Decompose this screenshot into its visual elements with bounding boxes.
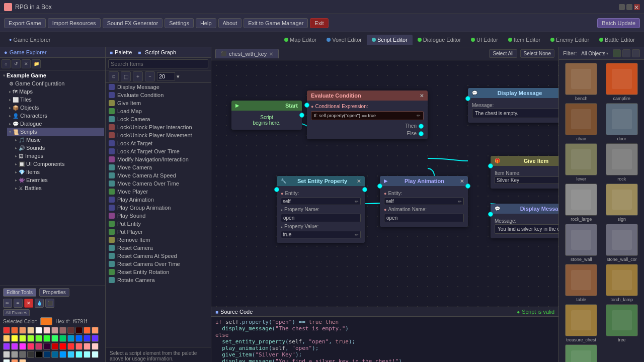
tab-battle-editor[interactable]: Battle Editor (594, 35, 640, 45)
node-eval-close[interactable]: ✕ (420, 93, 424, 99)
export-game-button[interactable]: Export Game (4, 18, 46, 28)
tab-enemy-editor[interactable]: Enemy Editor (545, 35, 594, 45)
color-swatch[interactable] (3, 335, 10, 342)
graph-canvas[interactable]: ▶ Start Script begins here. Evaluate Con… (211, 60, 558, 307)
node-eval-header[interactable]: Evaluate Condition ✕ (307, 90, 428, 101)
fill-tool[interactable]: ⬛ (45, 299, 54, 308)
tree-ui-components[interactable]: ▸ 🔲 UI Components (13, 160, 104, 168)
palette-item[interactable]: Move Camera At Speed (106, 171, 211, 179)
eval-edit-btn[interactable]: ✏ (417, 113, 421, 118)
color-swatch[interactable] (35, 327, 42, 334)
settings-button[interactable]: Settings (165, 18, 194, 28)
color-swatch[interactable] (43, 343, 50, 350)
set-entity-in[interactable] (274, 187, 279, 192)
asset-item-lever[interactable]: lever (562, 143, 601, 182)
color-swatch[interactable] (75, 351, 83, 358)
select-all-btn[interactable]: Select All (489, 49, 517, 58)
color-swatch[interactable] (11, 351, 18, 358)
tab-voxel-editor[interactable]: Voxel Editor (321, 35, 367, 45)
color-swatch[interactable] (67, 343, 74, 350)
asset-item-chair[interactable]: chair (562, 103, 601, 141)
color-swatch[interactable] (19, 335, 26, 342)
exit-to-manager-button[interactable]: Exit to Game Manager (244, 18, 308, 28)
msg1-in[interactable] (465, 96, 470, 101)
color-swatch[interactable] (19, 327, 26, 334)
tree-items[interactable]: ▸ 💎 Items (13, 168, 104, 176)
tree-root[interactable]: ▾ Example Game (1, 71, 104, 79)
color-swatch[interactable] (84, 327, 91, 334)
asset-item-stone_wall[interactable]: stone_wall (562, 224, 601, 262)
asset-item-torch_lamp[interactable]: torch_lamp (603, 264, 641, 302)
color-swatch[interactable] (43, 327, 50, 334)
palette-item[interactable]: Move Camera Over Time (106, 179, 211, 188)
asset-item-campfire[interactable]: campfire (603, 63, 641, 101)
node-start-header[interactable]: ▶ Start (231, 101, 302, 111)
color-swatch[interactable] (92, 327, 99, 334)
sidebar-folder-btn[interactable]: 📁 (32, 59, 41, 68)
sidebar-close-btn[interactable]: ✕ (22, 59, 31, 68)
tree-scripts[interactable]: ▾ 📜 Scripts (7, 128, 104, 136)
palette-item[interactable]: Evaluate Condition (106, 91, 211, 99)
palette-item[interactable]: Play Group Animation (106, 204, 211, 212)
color-swatch[interactable] (27, 351, 34, 358)
tab-map-editor[interactable]: Map Editor (279, 35, 321, 45)
palette-item[interactable]: Reset Entity Rotation (106, 268, 211, 276)
color-swatch[interactable] (3, 351, 10, 358)
palette-item[interactable]: Lock/Unlock Player Interaction (106, 123, 211, 131)
color-swatch[interactable] (35, 335, 42, 342)
editor-tools-tab[interactable]: Editor Tools (3, 288, 36, 297)
color-swatch[interactable] (27, 335, 34, 342)
close-btn[interactable]: ✕ (634, 4, 640, 10)
palette-item[interactable]: Lock Camera (106, 115, 211, 123)
tab-script-editor[interactable]: Script Editor (367, 35, 413, 45)
palette-item[interactable]: Put Player (106, 228, 211, 236)
graph-select-tool[interactable]: ⊡ (109, 71, 119, 81)
tree-enemies[interactable]: ▸ 👾 Enemies (13, 176, 104, 184)
node-play-anim-header[interactable]: ▶ Play Animation ✕ (380, 176, 468, 186)
color-swatch[interactable] (75, 343, 83, 350)
asset-item-rock[interactable]: rock (603, 143, 641, 182)
color-swatch[interactable] (51, 343, 58, 350)
node-give-item-header[interactable]: 🎁 Give Item ✕ (491, 156, 558, 166)
color-swatch[interactable] (3, 359, 10, 362)
msg2-in[interactable] (488, 212, 493, 217)
palette-item[interactable]: Reset Camera At Speed (106, 252, 211, 260)
graph-zoom-in-btn[interactable]: ＋ (133, 71, 143, 81)
color-swatch[interactable] (67, 351, 74, 358)
asset-item-table[interactable]: table (562, 264, 601, 302)
palette-item[interactable]: Reset Camera (106, 244, 211, 252)
frame-selector[interactable]: All Frames (3, 309, 30, 316)
color-swatch[interactable] (84, 335, 91, 342)
select-none-btn[interactable]: Select None (520, 49, 554, 58)
set-val-edit[interactable]: ✏ (355, 232, 359, 237)
color-swatch[interactable] (11, 359, 18, 362)
color-swatch[interactable] (92, 351, 99, 358)
color-swatch[interactable] (43, 335, 50, 342)
color-swatch[interactable] (3, 327, 10, 334)
sound-fx-button[interactable]: Sound FX Generator (103, 18, 163, 28)
color-swatch[interactable] (27, 327, 34, 334)
color-swatch[interactable] (59, 327, 66, 334)
node-play-anim-close[interactable]: ✕ (460, 178, 464, 184)
exit-button[interactable]: Exit (310, 18, 328, 28)
color-swatch[interactable] (11, 327, 18, 334)
eval-in[interactable] (304, 103, 309, 108)
play-anim-in[interactable] (377, 184, 382, 189)
tree-characters[interactable]: ▸ 👤 Characters (7, 112, 104, 120)
palette-item[interactable]: Display Message (106, 83, 211, 91)
node-display-msg2-header[interactable]: 💬 Display Message ✕ (491, 204, 558, 214)
color-swatch[interactable] (92, 335, 99, 342)
node-display-msg1-header[interactable]: 💬 Display Message ✕ (468, 88, 558, 98)
color-swatch[interactable] (51, 327, 58, 334)
palette-search-input[interactable] (108, 59, 208, 68)
asset-item-tree[interactable]: tree (603, 304, 641, 342)
palette-item[interactable]: Load Map (106, 107, 211, 115)
tree-battles[interactable]: ▸ ⚔ Battles (13, 184, 104, 192)
palette-item[interactable]: Move Player (106, 188, 211, 196)
file-tab-close[interactable]: ✕ (269, 51, 273, 57)
batch-update-button[interactable]: Batch Update (597, 18, 640, 28)
asset-item-tree_small[interactable]: tree_small (562, 344, 601, 362)
color-swatch[interactable] (59, 343, 66, 350)
right-view-btn2[interactable] (622, 49, 630, 57)
properties-tab[interactable]: Properties (39, 288, 69, 297)
